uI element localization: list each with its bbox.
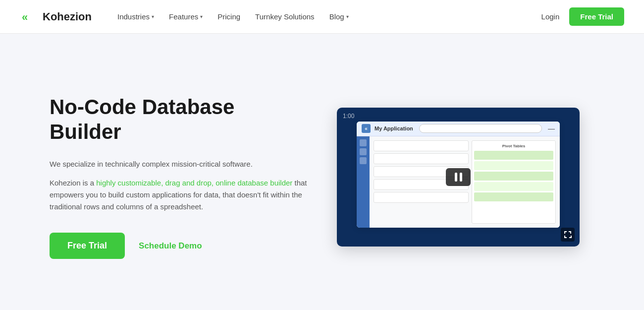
pause-bar-right [460, 173, 462, 182]
chevron-down-icon: ▾ [346, 14, 349, 19]
fullscreen-icon [564, 231, 572, 239]
app-title: My Application [375, 125, 413, 131]
hero-section: No-Code Database Builder We specialize i… [0, 34, 644, 310]
pause-bar-left [455, 173, 457, 182]
nav-item-features[interactable]: Features ▾ [163, 8, 209, 25]
nav-label-blog: Blog [329, 12, 344, 21]
hero-schedule-demo-button[interactable]: Schedule Demo [139, 241, 202, 251]
video-pause-button[interactable] [446, 168, 471, 186]
sidebar-nav-item [360, 148, 367, 155]
nav-item-industries[interactable]: Industries ▾ [111, 8, 160, 25]
login-button[interactable]: Login [541, 12, 560, 21]
video-fullscreen-button[interactable] [561, 228, 575, 242]
app-right-panel: Pivot Tables [472, 140, 556, 224]
sidebar-nav-item [360, 157, 367, 164]
data-row [374, 153, 469, 164]
hero-desc-plain: Kohezion is a [50, 179, 96, 187]
data-row [374, 140, 469, 151]
logo-text: Kohezion [43, 10, 92, 23]
nav-label-pricing: Pricing [217, 12, 240, 21]
pause-icon [455, 173, 462, 182]
hero-title: No-Code Database Builder [50, 95, 307, 145]
pivot-row [474, 172, 553, 181]
hero-free-trial-button[interactable]: Free Trial [50, 233, 125, 259]
app-sidebar [357, 136, 370, 228]
main-nav: Industries ▾ Features ▾ Pricing Turnkey … [111, 8, 541, 25]
chevron-down-icon: ▾ [200, 14, 203, 19]
app-mockup-header: « My Application — [357, 122, 560, 136]
hero-desc-2: Kohezion is a highly customizable, drag … [50, 177, 307, 213]
pivot-row [474, 192, 553, 201]
svg-text:«: « [22, 11, 28, 23]
nav-label-features: Features [169, 12, 198, 21]
pivot-row [474, 182, 553, 191]
nav-item-blog[interactable]: Blog ▾ [323, 8, 355, 25]
hero-desc-1: We specialize in technically complex mis… [50, 158, 307, 170]
logo-link[interactable]: « Kohezion [20, 8, 92, 26]
nav-item-turnkey[interactable]: Turnkey Solutions [249, 8, 321, 25]
video-timestamp: 1:00 [343, 113, 354, 120]
hero-content: No-Code Database Builder We specialize i… [50, 95, 307, 259]
app-search-bar [419, 124, 542, 133]
nav-label-turnkey: Turnkey Solutions [255, 12, 315, 21]
navbar-actions: Login Free Trial [541, 7, 624, 26]
sidebar-nav-item [360, 139, 367, 146]
app-logo-icon: « [362, 124, 371, 133]
hero-visual: 1:00 « My Application — [337, 108, 585, 247]
data-row [374, 192, 469, 203]
hero-desc-highlight: highly customizable, drag and drop, onli… [96, 179, 292, 187]
kohezion-logo-icon: « [20, 8, 38, 26]
nav-free-trial-button[interactable]: Free Trial [569, 7, 624, 26]
navbar: « Kohezion Industries ▾ Features ▾ Prici… [0, 0, 644, 34]
pivot-row [474, 161, 553, 170]
pivot-row [474, 151, 553, 160]
chevron-down-icon: ▾ [152, 14, 154, 19]
nav-label-industries: Industries [117, 12, 150, 21]
nav-item-pricing[interactable]: Pricing [212, 8, 246, 25]
video-container[interactable]: 1:00 « My Application — [337, 108, 580, 247]
pivot-table-label: Pivot Tables [474, 143, 553, 149]
hero-buttons: Free Trial Schedule Demo [50, 233, 307, 259]
app-minimize-icon: — [548, 124, 555, 132]
